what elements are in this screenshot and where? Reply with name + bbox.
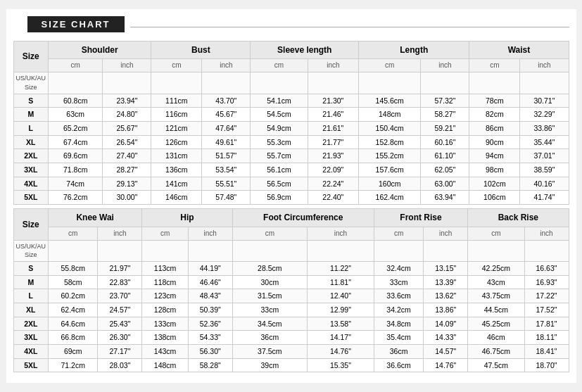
col2-hip: Hip: [142, 209, 232, 227]
col-shoulder: Shoulder: [49, 41, 151, 59]
table2-body: S55.8cm21.97"113cm44.19"28.5cm11.22"32.4…: [13, 261, 569, 372]
table1-body: S60.8cm23.94"111cm43.70"54.1cm21.30"145.…: [13, 94, 569, 205]
subh-cm5: cm: [469, 59, 520, 72]
col-size: Size: [13, 41, 49, 72]
subh2-inch1: inch: [98, 227, 142, 240]
subh-inch1: inch: [103, 59, 151, 72]
table1-header-row: Size Shoulder Bust Sleeve length Length …: [13, 41, 569, 59]
subsize-label: US/UK/AU Size: [13, 72, 49, 94]
table-row: 3XL66.8cm26.30"138cm54.33"36cm14.17"35.4…: [13, 331, 569, 345]
subh2-cm4: cm: [374, 227, 423, 240]
table-row: 4XL69cm27.17"143cm56.30"37.5cm14.76"36cm…: [13, 345, 569, 359]
col2-size: Size: [13, 209, 49, 241]
table1-subsize-row: US/UK/AU Size: [13, 72, 569, 94]
col-length: Length: [359, 41, 469, 59]
subh2-inch5: inch: [524, 227, 569, 240]
col2-back: Back Rise: [468, 209, 569, 227]
col-sleeve: Sleeve length: [251, 41, 359, 59]
page-wrapper: SIZE CHART Size Shoulder Bust Sleeve len…: [6, 9, 576, 384]
subh2-cm1: cm: [49, 227, 98, 240]
table-row: XL67.4cm26.54"126cm49.61"55.3cm21.77"152…: [13, 135, 569, 149]
table-row: M63cm24.80"116cm45.67"54.5cm21.46"148cm5…: [13, 108, 569, 122]
subh2-inch2: inch: [188, 227, 232, 240]
table-row: L65.2cm25.67"121cm47.64"54.9cm21.61"150.…: [13, 121, 569, 135]
table-row: 5XL76.2cm30.00"146cm57.48"56.9cm22.40"16…: [13, 191, 569, 205]
table-row: 2XL69.6cm27.40"131cm51.57"55.7cm21.93"15…: [13, 149, 569, 163]
subh-inch3: inch: [308, 59, 359, 72]
table-row: 5XL71.2cm28.03"148cm58.28"39cm15.35"36.6…: [13, 358, 569, 372]
table1-subheader-row: cm inch cm inch cm inch cm inch cm inch: [13, 59, 569, 72]
subh-cm3: cm: [251, 59, 308, 72]
subh-inch4: inch: [421, 59, 469, 72]
table-row: XL62.4cm24.57"128cm50.39"33cm12.99"34.2c…: [13, 303, 569, 317]
subh-cm2: cm: [151, 59, 202, 72]
size-table-1: Size Shoulder Bust Sleeve length Length …: [13, 41, 569, 205]
subh-cm1: cm: [49, 59, 103, 72]
title-banner: SIZE CHART: [27, 16, 125, 32]
subh-cm4: cm: [359, 59, 421, 72]
subh2-inch3: inch: [307, 227, 374, 240]
col-bust: Bust: [151, 41, 251, 59]
table2-subsize-row: US/UK/AU Size: [13, 240, 569, 261]
subh2-cm5: cm: [468, 227, 524, 240]
subsize2-label: US/UK/AU Size: [13, 240, 49, 261]
col-waist: Waist: [469, 41, 569, 59]
title-area: SIZE CHART: [13, 16, 569, 38]
col2-knee: Knee Wai: [49, 209, 142, 227]
table-row: 4XL74cm29.13"141cm55.51"56.5cm22.24"160c…: [13, 177, 569, 191]
subh2-cm3: cm: [232, 227, 307, 240]
table2-subheader-row: cm inch cm inch cm inch cm inch cm inch: [13, 227, 569, 240]
subh-inch2: inch: [202, 59, 251, 72]
table-row: 2XL64.6cm25.43"133cm52.36"34.5cm13.58"34…: [13, 317, 569, 331]
subh2-cm2: cm: [142, 227, 188, 240]
size-table-2: Size Knee Wai Hip Foot Circumference Fro…: [13, 208, 569, 372]
table2-header-row: Size Knee Wai Hip Foot Circumference Fro…: [13, 209, 569, 227]
subh2-inch4: inch: [424, 227, 468, 240]
table-row: S60.8cm23.94"111cm43.70"54.1cm21.30"145.…: [13, 94, 569, 108]
col2-front: Front Rise: [374, 209, 467, 227]
table-row: 3XL71.8cm28.27"136cm53.54"56.1cm22.09"15…: [13, 163, 569, 177]
table-row: S55.8cm21.97"113cm44.19"28.5cm11.22"32.4…: [13, 261, 569, 275]
table-row: M58cm22.83"118cm46.46"30cm11.81"33cm13.3…: [13, 275, 569, 289]
col2-foot: Foot Circumference: [232, 209, 374, 227]
table-row: L60.2cm23.70"123cm48.43"31.5cm12.40"33.6…: [13, 289, 569, 303]
subh-inch5: inch: [520, 59, 569, 72]
